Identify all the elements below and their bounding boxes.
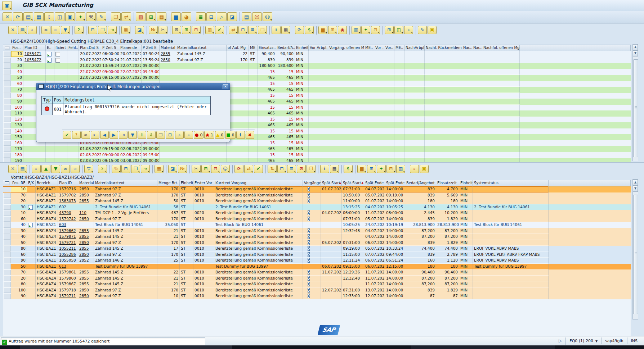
grid2-find-icon-button[interactable]: ∞ (61, 165, 70, 173)
row-selector[interactable] (3, 57, 11, 63)
grid2-close-icon-button[interactable]: ✕ (8, 165, 17, 173)
cell-link[interactable]: 2850 (161, 58, 170, 62)
vorgaenge-icon[interactable] (307, 270, 310, 275)
row-selector[interactable] (3, 110, 11, 117)
dialog-warning-count-button[interactable]: ▲0 (215, 131, 224, 139)
column-header[interactable]: Spät.Ende (364, 180, 385, 186)
grid1-locks-icon-button[interactable]: ⊡ (238, 26, 247, 34)
cell-link[interactable]: 1579721 (59, 240, 76, 245)
column-header[interactable]: Einheit (295, 45, 309, 51)
table-row[interactable]: 18002.08.202209:00:0002.08.202209:15:001… (3, 152, 631, 158)
column-header[interactable]: Vorgänge (303, 180, 321, 186)
column-header[interactable]: E/K (27, 180, 36, 186)
column-header[interactable]: Plan.Dat S (79, 45, 101, 51)
cell-link[interactable]: 2850 (79, 288, 89, 292)
table-row[interactable]: 100HSC-BAZ415797182850Zahnrad 97 Z170ST0… (3, 287, 631, 294)
table-row[interactable]: 50HSC-BAZ1613Test Dummy für BUG 13997Tes… (3, 264, 631, 270)
edit-icon-button[interactable]: ✎ (97, 12, 106, 21)
grid1-find-icon-button[interactable]: ∞ (41, 26, 50, 34)
cell-link[interactable]: 1579716 (59, 187, 76, 191)
cell-link[interactable]: 2855 (79, 270, 89, 274)
grid1-vscrollbar[interactable]: ▲ ▼ (632, 44, 638, 161)
column-header[interactable]: Material (160, 45, 176, 51)
dialog-info-button[interactable]: ℹ (236, 131, 245, 139)
grid1-display-icon-button[interactable]: ▤ (18, 26, 27, 34)
monitor-icon-button[interactable]: ▤ (242, 12, 251, 21)
column-header[interactable]: Bereich (36, 180, 58, 186)
dialog-sort-ascending-button[interactable]: ⇧ (138, 131, 146, 139)
grid1-close-icon-button[interactable]: ✕ (8, 26, 17, 34)
row-selector[interactable] (3, 234, 11, 240)
row-selector[interactable] (3, 281, 11, 287)
grid2-scroll-down-icon[interactable]: ▼ (633, 186, 638, 192)
column-header[interactable]: Nac.. (462, 45, 472, 51)
grid2-sort-desc-icon-button[interactable]: ▼ (51, 165, 60, 173)
row-selector[interactable] (3, 276, 11, 282)
table-row[interactable]: 20105547220.07.202207:30:2421.07.202213:… (3, 57, 631, 63)
table-row[interactable]: 60HSC-BAZ110552862850Zahnrad 97 Z170ST00… (3, 252, 631, 258)
grid1-copy-row-icon-button[interactable]: ❐ (258, 26, 267, 34)
grid1-print-icon-button[interactable]: ⊟ (88, 26, 97, 34)
column-header[interactable]: Fehl.. (67, 45, 79, 51)
grid2-highlight-icon-button[interactable]: ▣ (420, 165, 429, 173)
column-header[interactable]: Spät.Ende (385, 180, 405, 186)
fixiert-checkbox[interactable] (55, 52, 60, 56)
grid1-numbering-icon-button[interactable]: № (149, 26, 158, 34)
table-row[interactable]: 5022.07.202209:15:0025.07.202209:00:0046… (3, 75, 631, 81)
row-selector[interactable] (3, 69, 11, 75)
row-selector[interactable] (3, 264, 11, 270)
grid2-vscrollbar[interactable]: ▲ ▼ (632, 179, 638, 319)
dialog-help-button[interactable]: ? (72, 131, 81, 139)
dialog-success-count-button[interactable]: ■0 (225, 131, 235, 139)
grid1-scroll-thumb[interactable] (633, 59, 638, 157)
grid1-scale-icon-button[interactable]: ◫ (394, 26, 403, 34)
grid1-export-icon-button[interactable]: ⇥ (108, 26, 117, 34)
grid1-lock-icon-button[interactable]: ⊠ (172, 26, 181, 34)
column-header[interactable]: Nachf. Rückmeldemg. (425, 45, 462, 51)
column-header[interactable]: Bedarf/A.. (276, 45, 295, 51)
table-row[interactable]: 17001.08.202209:15:0002.08.202209:00:004… (3, 146, 631, 152)
column-header[interactable]: Nac.. (472, 45, 482, 51)
grid2-copy-icon-button[interactable]: ❐ (307, 165, 316, 173)
dialog-error-count-button[interactable]: ◉1 (204, 131, 214, 139)
column-header[interactable]: Pos. RF (11, 180, 27, 186)
save-icon-button[interactable]: ▣ (65, 12, 75, 21)
dispatch-icon-button[interactable]: ✦ (76, 12, 85, 21)
row-selector[interactable] (3, 122, 11, 128)
column-header[interactable]: Erster Vor (193, 180, 214, 186)
column-header[interactable]: Einheit (459, 180, 473, 186)
dialog-stop-count-button[interactable]: ●0 (194, 131, 204, 139)
cell-link[interactable]: 602 (59, 205, 66, 209)
table-row[interactable]: 80HSC-BAZ415798672855Zahnrad 145 Z21ST00… (3, 281, 631, 287)
column-header[interactable]: Material (78, 180, 94, 186)
column-header[interactable]: Vor .. (374, 45, 384, 51)
grid1-scroll-down-icon[interactable]: ▼ (633, 50, 638, 56)
grid1-zoom-icon-button[interactable]: ⌕ (404, 26, 413, 34)
vorgaenge-icon[interactable] (307, 288, 310, 293)
grid2-sort-asc-icon-button[interactable]: ▲ (41, 165, 50, 173)
grid1-period-icon-button[interactable]: ⊞ (328, 26, 337, 34)
column-header[interactable]: Plan ID (58, 180, 78, 186)
cell-link[interactable]: 613 (59, 264, 66, 268)
grid2-chart-icon-button[interactable]: ▆ (357, 165, 366, 173)
cell-link[interactable]: 2855 (79, 199, 89, 203)
cell-link[interactable]: 2850 (79, 217, 89, 221)
row-selector[interactable] (3, 246, 11, 252)
grid1-chart-icon-button[interactable]: ▆ (318, 26, 327, 34)
cell-link[interactable]: 1579867 (59, 282, 76, 286)
cell-link[interactable]: 1579711 (59, 294, 76, 298)
grid2-transfer-icon-button[interactable]: ⇅ (268, 165, 277, 173)
dialog-copy-button[interactable]: ❐ (156, 131, 165, 139)
row-selector[interactable] (3, 287, 11, 294)
row-selector[interactable] (3, 63, 11, 69)
grid2-capacity-icon-button[interactable]: ▥ (396, 165, 405, 173)
cell-link[interactable]: 2855 (79, 228, 89, 233)
table-row[interactable]: 4022.07.202209:00:0022.07.202209:15:0015… (3, 69, 631, 75)
table-row[interactable]: 70HSC-BAZ115797022850Zahnrad 97 Z170ST00… (3, 192, 631, 199)
vorgaenge-icon[interactable] (307, 210, 310, 215)
dialog-message-row[interactable]: 001 Planauftrag 0001579716 wurde nicht u… (42, 104, 211, 115)
cell-link[interactable]: 2850 (79, 187, 89, 191)
vorgaenge-icon[interactable] (307, 246, 310, 251)
print-icon-button[interactable]: ⊟ (206, 12, 216, 21)
column-header[interactable]: Spät.Start (321, 180, 342, 186)
